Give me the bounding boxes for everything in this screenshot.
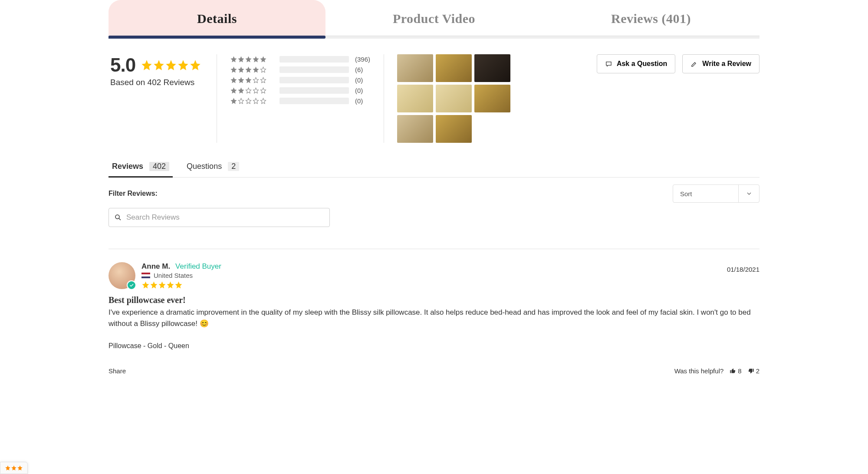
verified-buyer-label: Verified Buyer [175, 262, 221, 271]
review-photo[interactable] [397, 115, 433, 143]
subtab-reviews[interactable]: Reviews 402 [112, 156, 169, 177]
reviewer-country: United States [154, 272, 193, 279]
review-count-text: Based on 402 Reviews [110, 78, 204, 87]
overall-rating: 5.0 [110, 54, 135, 76]
chat-icon [605, 60, 612, 68]
flag-icon [141, 273, 150, 278]
star-icon [165, 59, 177, 71]
reviewer-name: Anne M. [141, 262, 170, 271]
share-button[interactable]: Share [108, 367, 126, 375]
edit-icon [690, 60, 698, 68]
star-icon [177, 59, 189, 71]
rating-row-2[interactable]: (0) [230, 86, 371, 95]
review-photo[interactable] [436, 54, 472, 82]
rating-row-3[interactable]: (0) [230, 75, 371, 85]
search-reviews[interactable] [108, 208, 330, 227]
star-icon [153, 59, 165, 71]
review-photos [384, 54, 549, 143]
product-tabs: Details Product Video Reviews (401) [108, 0, 760, 36]
vote-down-button[interactable]: 2 [748, 367, 760, 375]
review-photo[interactable] [397, 85, 433, 112]
review-photo[interactable] [436, 115, 472, 143]
review-photo[interactable] [436, 85, 472, 112]
tab-product-video[interactable]: Product Video [326, 0, 542, 36]
review-stars [141, 281, 760, 289]
tab-details[interactable]: Details [108, 0, 326, 36]
vote-up-button[interactable]: 8 [730, 367, 741, 375]
sort-dropdown[interactable]: Sort [673, 184, 760, 203]
review-product: Pillowcase - Gold - Queen [108, 342, 760, 350]
rating-distribution: (396) (6) (0) (0) [217, 54, 384, 143]
thumb-up-icon [730, 368, 736, 374]
ask-question-button[interactable]: Ask a Question [597, 54, 675, 73]
rating-row-5[interactable]: (396) [230, 54, 371, 64]
review-date: 01/18/2021 [727, 266, 760, 273]
search-input[interactable] [125, 213, 324, 222]
rating-row-4[interactable]: (6) [230, 65, 371, 74]
star-icon [141, 59, 153, 71]
overall-stars [141, 59, 201, 71]
star-icon [189, 59, 201, 71]
review-title: Best pillowcase ever! [108, 295, 760, 305]
review-photo[interactable] [474, 85, 510, 112]
review-body: I've experience a dramatic improvement i… [108, 307, 760, 329]
rating-row-1[interactable]: (0) [230, 96, 371, 105]
write-review-button[interactable]: Write a Review [682, 54, 760, 73]
review-photo[interactable] [474, 54, 510, 82]
review-summary: 5.0 Based on 402 Reviews (396) [108, 39, 760, 156]
review-item: Anne M. Verified Buyer United States 01/… [108, 249, 760, 375]
chevron-down-icon [738, 185, 759, 202]
review-photo[interactable] [397, 54, 433, 82]
review-subtabs: Reviews 402 Questions 2 [108, 156, 760, 178]
search-icon [114, 214, 122, 221]
filter-label: Filter Reviews: [108, 190, 158, 198]
subtab-questions[interactable]: Questions 2 [187, 156, 239, 177]
verified-badge-icon [127, 280, 136, 290]
tab-reviews[interactable]: Reviews (401) [542, 0, 760, 36]
helpful-label: Was this helpful? [674, 367, 724, 375]
thumb-down-icon [748, 368, 754, 374]
